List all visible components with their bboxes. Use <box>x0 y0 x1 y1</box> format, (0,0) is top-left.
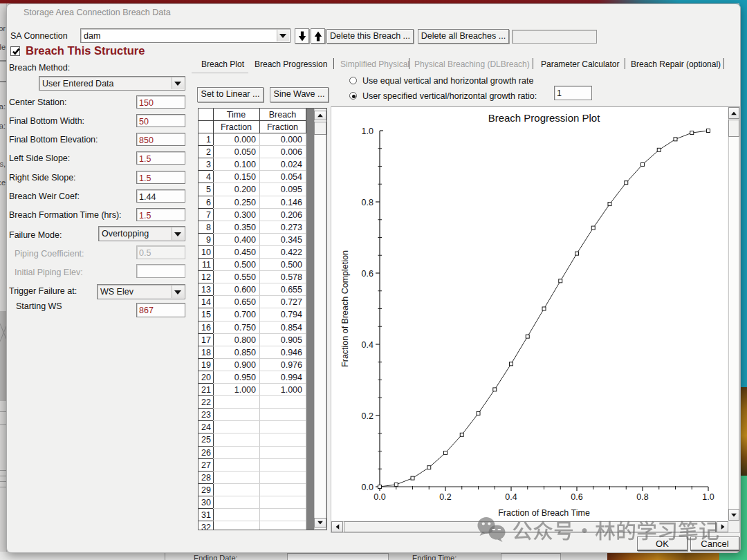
breach-fraction-cell[interactable] <box>259 472 306 484</box>
time-fraction-cell[interactable]: 0.750 <box>213 321 259 334</box>
tab-breach-plot[interactable]: Breach Plot <box>201 59 244 69</box>
cancel-button[interactable]: Cancel <box>690 536 739 551</box>
time-fraction-cell[interactable] <box>213 396 259 409</box>
table-scroll-down-icon[interactable] <box>314 518 326 528</box>
row-number[interactable]: 4 <box>199 171 213 183</box>
delete-all-breaches-button[interactable]: Delete all Breaches ... <box>418 29 509 44</box>
breach-fraction-cell[interactable]: 0.655 <box>259 283 306 296</box>
time-fraction-cell[interactable]: 0.600 <box>213 283 259 296</box>
row-number[interactable]: 31 <box>199 509 213 521</box>
time-fraction-cell[interactable]: 0.200 <box>213 183 259 196</box>
time-fraction-cell[interactable]: 0.450 <box>213 246 259 259</box>
row-number[interactable]: 6 <box>199 196 213 209</box>
row-number[interactable]: 24 <box>199 421 213 433</box>
col-header-breach-fraction[interactable]: Fraction <box>259 121 306 133</box>
row-number[interactable]: 15 <box>199 308 213 321</box>
time-fraction-cell[interactable] <box>213 459 259 472</box>
breach-fraction-cell[interactable] <box>259 484 306 496</box>
breach-fraction-cell[interactable]: 0.054 <box>259 171 306 183</box>
breach-fraction-cell[interactable]: 0.273 <box>259 221 306 234</box>
time-fraction-cell[interactable] <box>213 521 259 530</box>
time-fraction-cell[interactable]: 0.700 <box>213 308 259 321</box>
row-number[interactable]: 21 <box>199 384 213 396</box>
breach-fraction-cell[interactable]: 0.206 <box>259 209 306 221</box>
field-input[interactable]: 150 <box>136 95 185 109</box>
combo-arrow-icon[interactable] <box>277 30 289 41</box>
trigger-failure-combo[interactable]: WS Elev <box>97 284 185 299</box>
breach-fraction-cell[interactable] <box>259 409 306 421</box>
time-fraction-cell[interactable] <box>213 472 259 484</box>
row-number[interactable]: 25 <box>199 433 213 447</box>
breach-fraction-cell[interactable] <box>259 521 306 530</box>
breach-this-structure-checkbox[interactable] <box>10 46 20 56</box>
row-number[interactable]: 8 <box>199 221 213 234</box>
breach-fraction-cell[interactable]: 0.422 <box>259 246 306 259</box>
chart-scroll-left-icon[interactable] <box>331 521 343 532</box>
table-vscroll-thumb[interactable] <box>314 122 326 135</box>
ending-time-field[interactable] <box>501 553 561 560</box>
tab-breach-progression[interactable]: Breach Progression <box>255 59 327 69</box>
time-fraction-cell[interactable] <box>213 447 259 459</box>
table-vscrollbar[interactable] <box>314 109 326 530</box>
field-input[interactable]: 1.5 <box>136 208 185 221</box>
breach-fraction-cell[interactable] <box>259 433 306 447</box>
row-number[interactable]: 20 <box>199 371 213 384</box>
time-fraction-cell[interactable] <box>213 496 259 509</box>
row-number[interactable]: 17 <box>199 334 213 346</box>
breach-method-combo[interactable]: User Entered Data <box>39 76 185 91</box>
combo-arrow-icon[interactable] <box>172 77 184 89</box>
tab-parameter-calculator[interactable]: Parameter Calculator <box>541 59 619 69</box>
row-number[interactable]: 32 <box>199 521 213 530</box>
chart-vscrollbar[interactable] <box>728 107 739 521</box>
table-corner[interactable] <box>199 121 213 133</box>
breach-fraction-cell[interactable]: 1.000 <box>259 384 306 396</box>
time-fraction-cell[interactable]: 0.900 <box>213 359 259 371</box>
row-number[interactable]: 22 <box>199 396 213 409</box>
field-input[interactable]: 850 <box>136 133 185 146</box>
breach-fraction-cell[interactable] <box>259 447 306 459</box>
chart-scroll-down-icon[interactable] <box>728 509 739 521</box>
row-number[interactable]: 19 <box>199 359 213 371</box>
row-number[interactable]: 10 <box>199 246 213 259</box>
time-fraction-cell[interactable]: 0.850 <box>213 346 259 359</box>
time-fraction-cell[interactable]: 0.150 <box>213 171 259 183</box>
previous-connection-button[interactable] <box>295 28 309 44</box>
breach-fraction-cell[interactable]: 0.500 <box>259 259 306 271</box>
chart-scroll-right-icon[interactable] <box>717 521 728 532</box>
starting-ws-field[interactable]: 867 <box>136 303 185 317</box>
row-number[interactable]: 3 <box>199 158 213 171</box>
time-fraction-cell[interactable]: 0.500 <box>213 259 259 271</box>
breach-fraction-cell[interactable]: 0.024 <box>259 158 306 171</box>
row-number[interactable]: 27 <box>199 459 213 472</box>
row-number[interactable]: 7 <box>199 209 213 221</box>
table-corner[interactable] <box>199 109 213 121</box>
time-fraction-cell[interactable]: 0.400 <box>213 234 259 246</box>
tab-breach-repair-optional-[interactable]: Breach Repair (optional) <box>631 59 721 69</box>
next-connection-button[interactable] <box>311 28 325 44</box>
time-fraction-cell[interactable] <box>213 433 259 447</box>
row-number[interactable]: 30 <box>199 496 213 509</box>
breach-fraction-cell[interactable]: 0.946 <box>259 346 306 359</box>
field-input[interactable]: 50 <box>136 114 185 127</box>
chart-hscroll-thumb[interactable] <box>344 521 716 532</box>
table-scroll-up-icon[interactable] <box>314 111 326 120</box>
tab-physical-breaching-dlbreach-[interactable]: Physical Breaching (DLBreach) <box>414 59 530 69</box>
breach-fraction-cell[interactable]: 0.006 <box>259 146 306 158</box>
breach-fraction-cell[interactable] <box>259 421 306 433</box>
row-number[interactable]: 29 <box>199 484 213 496</box>
row-number[interactable]: 12 <box>199 271 213 283</box>
breach-fraction-cell[interactable]: 0.854 <box>259 321 306 334</box>
row-number[interactable]: 9 <box>199 234 213 246</box>
row-number[interactable]: 28 <box>199 472 213 484</box>
col-header-time-fraction[interactable]: Fraction <box>213 121 259 133</box>
time-fraction-cell[interactable]: 0.050 <box>213 146 259 158</box>
time-fraction-cell[interactable]: 0.000 <box>213 133 259 146</box>
radio-specified-ratio[interactable] <box>349 92 357 100</box>
row-number[interactable]: 13 <box>199 283 213 296</box>
set-to-linear-button[interactable]: Set to Linear ... <box>197 87 264 102</box>
growth-ratio-field[interactable]: 1 <box>554 86 592 100</box>
time-fraction-cell[interactable]: 0.550 <box>213 271 259 283</box>
time-fraction-cell[interactable]: 0.950 <box>213 371 259 384</box>
time-fraction-cell[interactable]: 0.650 <box>213 296 259 308</box>
time-fraction-cell[interactable]: 0.350 <box>213 221 259 234</box>
